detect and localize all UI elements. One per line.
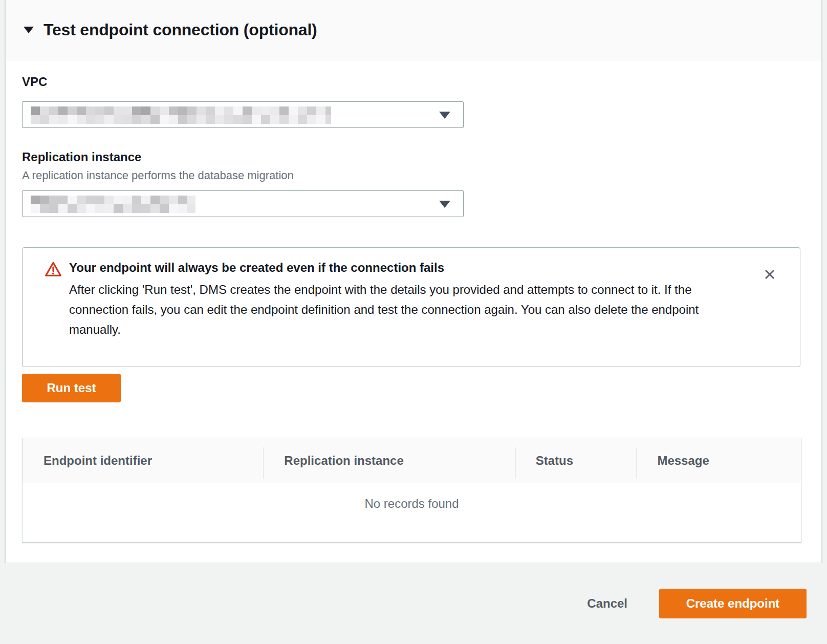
section-title: Test endpoint connection (optional) [43,20,317,39]
section-header-toggle[interactable]: Test endpoint connection (optional) [6,0,821,60]
vpc-select[interactable] [22,101,464,128]
replication-instance-selected-value-redacted [31,196,195,213]
run-test-button[interactable]: Run test [22,374,121,402]
collapse-triangle-icon [24,27,34,33]
column-header-endpoint-identifier: Endpoint identifier [23,438,263,483]
vpc-selected-value-redacted [31,106,331,124]
test-endpoint-section: Test endpoint connection (optional) VPC … [5,0,822,563]
replication-instance-select[interactable] [22,190,464,217]
table-body: No records found [23,483,801,542]
replication-instance-description: A replication instance performs the data… [22,169,294,182]
page: Test endpoint connection (optional) VPC … [0,0,827,644]
empty-state-message: No records found [23,483,801,511]
column-header-message: Message [636,438,801,483]
chevron-down-icon [439,112,450,119]
alert-body: After clicking 'Run test', DMS creates t… [69,280,739,339]
close-icon[interactable] [762,267,777,283]
column-header-replication-instance: Replication instance [263,438,514,483]
form-footer: Cancel Create endpoint [0,563,827,644]
warning-triangle-icon [45,261,62,279]
alert-title: Your endpoint will always be created eve… [69,261,734,275]
chevron-down-icon [439,201,450,208]
cancel-button[interactable]: Cancel [587,596,627,611]
test-results-table: Endpoint identifier Replication instance… [22,438,801,543]
warning-alert: Your endpoint will always be created eve… [22,247,800,367]
table-header-row: Endpoint identifier Replication instance… [23,438,801,483]
replication-instance-label: Replication instance [22,150,141,164]
column-header-status: Status [515,438,637,483]
vpc-label: VPC [22,75,47,89]
create-endpoint-button[interactable]: Create endpoint [659,589,807,618]
